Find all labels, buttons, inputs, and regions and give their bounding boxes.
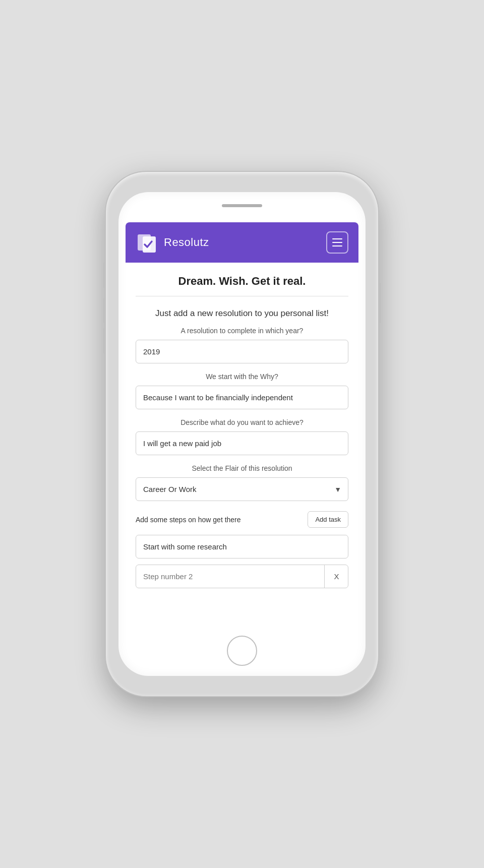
logo-icon bbox=[136, 231, 158, 254]
year-label: A resolution to complete in which year? bbox=[136, 327, 348, 335]
hamburger-line-3 bbox=[332, 245, 342, 246]
year-input[interactable] bbox=[136, 340, 348, 363]
achieve-input[interactable] bbox=[136, 431, 348, 455]
step2-remove-button[interactable]: X bbox=[324, 565, 348, 588]
steps-header: Add some steps on how get there Add task bbox=[136, 511, 348, 528]
add-task-button[interactable]: Add task bbox=[308, 511, 348, 528]
app-header: Resolutz bbox=[126, 222, 358, 263]
achieve-label: Describe what do you want to achieve? bbox=[136, 418, 348, 426]
section-intro: Just add a new resolution to you persona… bbox=[136, 308, 348, 319]
step1-input[interactable] bbox=[136, 535, 348, 559]
close-icon: X bbox=[334, 572, 339, 581]
step2-input[interactable] bbox=[136, 565, 348, 588]
menu-button[interactable] bbox=[326, 231, 348, 254]
divider bbox=[136, 296, 348, 296]
step2-wrapper: X bbox=[136, 565, 348, 588]
why-input[interactable] bbox=[136, 386, 348, 409]
home-button[interactable] bbox=[227, 636, 257, 666]
logo-area: Resolutz bbox=[136, 231, 209, 254]
why-label: We start with the Why? bbox=[136, 373, 348, 381]
phone-body: Resolutz Dream. Wish. Get it real. Just … bbox=[118, 192, 366, 676]
screen: Resolutz Dream. Wish. Get it real. Just … bbox=[126, 222, 358, 628]
flair-label: Select the Flair of this resolution bbox=[136, 464, 348, 472]
speaker bbox=[222, 204, 262, 207]
flair-select[interactable]: Career Or Work Health Finance Education … bbox=[136, 477, 348, 501]
hamburger-line-1 bbox=[332, 238, 342, 239]
app-name: Resolutz bbox=[164, 236, 209, 249]
step1-wrapper bbox=[136, 535, 348, 559]
content-area: Dream. Wish. Get it real. Just add a new… bbox=[126, 263, 358, 628]
flair-select-wrapper: Career Or Work Health Finance Education … bbox=[136, 477, 348, 501]
hamburger-line-2 bbox=[332, 242, 342, 243]
steps-label: Add some steps on how get there bbox=[136, 516, 241, 524]
tagline: Dream. Wish. Get it real. bbox=[136, 263, 348, 296]
phone-frame: Resolutz Dream. Wish. Get it real. Just … bbox=[106, 172, 378, 696]
